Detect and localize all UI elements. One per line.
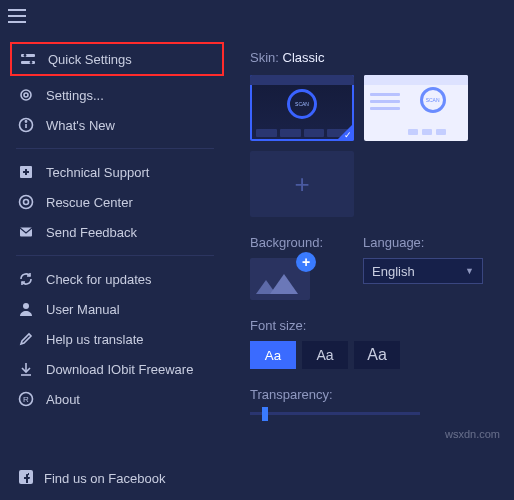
sidebar-item-check-updates[interactable]: Check for updates	[0, 264, 230, 294]
info-icon	[18, 117, 34, 133]
language-label: Language:	[363, 235, 483, 250]
plus-badge-icon[interactable]: +	[296, 252, 316, 272]
font-size-small[interactable]: Aa	[250, 341, 296, 369]
sidebar-item-label: About	[46, 392, 80, 407]
sidebar-item-rescue-center[interactable]: Rescue Center	[0, 187, 230, 217]
svg-text:R: R	[23, 395, 29, 404]
sidebar-item-label: User Manual	[46, 302, 120, 317]
check-icon	[336, 123, 354, 141]
slider-thumb[interactable]	[262, 407, 268, 421]
transparency-slider[interactable]	[250, 412, 420, 415]
skin-thumb-classic[interactable]: SCAN	[250, 75, 354, 141]
sidebar-item-settings[interactable]: Settings...	[0, 80, 230, 110]
sidebar-item-technical-support[interactable]: Technical Support	[0, 157, 230, 187]
svg-point-3	[30, 61, 33, 64]
svg-rect-1	[21, 61, 35, 64]
sidebar-item-label: Settings...	[46, 88, 104, 103]
skin-thumb-add[interactable]: +	[250, 151, 354, 217]
sidebar-item-label: Check for updates	[46, 272, 152, 287]
facebook-icon	[18, 469, 34, 488]
sidebar: Quick Settings Settings... What's New Te…	[0, 32, 230, 415]
font-size-group: Aa Aa Aa	[250, 341, 504, 369]
user-icon	[18, 301, 34, 317]
sidebar-item-label: Rescue Center	[46, 195, 133, 210]
sidebar-item-label: Technical Support	[46, 165, 149, 180]
svg-rect-0	[21, 54, 35, 57]
svg-point-15	[23, 303, 29, 309]
font-size-label: Font size:	[250, 318, 504, 333]
plus-square-icon	[18, 164, 34, 180]
sidebar-item-help-translate[interactable]: Help us translate	[0, 324, 230, 354]
svg-point-4	[21, 90, 31, 100]
font-size-medium[interactable]: Aa	[302, 341, 348, 369]
footer-label: Find us on Facebook	[44, 471, 165, 486]
sidebar-item-quick-settings[interactable]: Quick Settings	[12, 44, 222, 74]
svg-point-2	[24, 54, 27, 57]
gear-icon	[18, 87, 34, 103]
svg-point-8	[25, 121, 26, 122]
divider	[16, 148, 214, 149]
sidebar-item-whats-new[interactable]: What's New	[0, 110, 230, 140]
menu-icon[interactable]	[8, 9, 26, 23]
sidebar-item-label: Help us translate	[46, 332, 144, 347]
sidebar-item-user-manual[interactable]: User Manual	[0, 294, 230, 324]
skin-value: Classic	[283, 50, 325, 65]
svg-point-5	[24, 93, 28, 97]
sidebar-item-download-freeware[interactable]: Download IObit Freeware	[0, 354, 230, 384]
background-thumb[interactable]: +	[250, 258, 310, 300]
plus-icon: +	[294, 169, 309, 200]
highlight-box: Quick Settings	[10, 42, 224, 76]
divider	[16, 255, 214, 256]
svg-point-12	[20, 196, 33, 209]
sidebar-item-label: Send Feedback	[46, 225, 137, 240]
skin-label-row: Skin: Classic	[250, 50, 504, 65]
background-label: Background:	[250, 235, 323, 250]
refresh-icon	[18, 271, 34, 287]
sliders-icon	[20, 51, 36, 67]
main-panel: Skin: Classic SCAN SCAN +	[230, 32, 514, 415]
svg-point-13	[24, 200, 29, 205]
watermark: wsxdn.com	[445, 428, 500, 440]
language-value: English	[372, 264, 415, 279]
sidebar-item-send-feedback[interactable]: Send Feedback	[0, 217, 230, 247]
download-icon	[18, 361, 34, 377]
sidebar-item-label: Quick Settings	[48, 52, 132, 67]
registered-icon: R	[18, 391, 34, 407]
skin-label: Skin:	[250, 50, 279, 65]
skin-thumb-light[interactable]: SCAN	[364, 75, 468, 141]
language-select[interactable]: English ▼	[363, 258, 483, 284]
mail-icon	[18, 224, 34, 240]
sidebar-item-label: What's New	[46, 118, 115, 133]
font-size-large[interactable]: Aa	[354, 341, 400, 369]
sidebar-item-label: Download IObit Freeware	[46, 362, 193, 377]
scan-ring: SCAN	[287, 89, 317, 119]
chevron-down-icon: ▼	[465, 266, 474, 276]
transparency-label: Transparency:	[250, 387, 504, 402]
scan-ring: SCAN	[420, 87, 446, 113]
footer-facebook[interactable]: Find us on Facebook	[18, 469, 165, 488]
edit-icon	[18, 331, 34, 347]
sidebar-item-about[interactable]: R About	[0, 384, 230, 414]
lifebuoy-icon	[18, 194, 34, 210]
